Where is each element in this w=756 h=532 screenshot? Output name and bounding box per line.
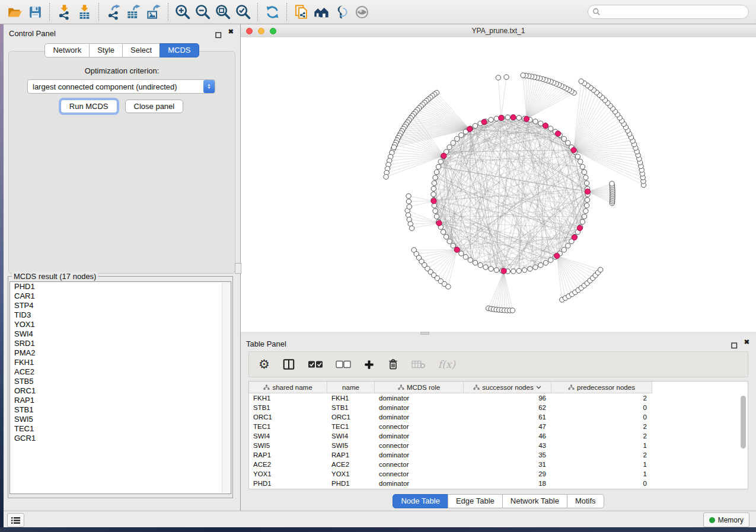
column-header-MCDS-role[interactable]: MCDS role	[375, 382, 464, 393]
import-table-icon[interactable]	[74, 2, 94, 22]
table-row[interactable]: SWI5SWI5connector431	[249, 441, 748, 450]
table-row[interactable]: ORC1ORC1dominator610	[249, 412, 748, 422]
table-cell: ORC1	[327, 412, 375, 422]
tab-network[interactable]: Network	[44, 43, 90, 57]
horizontal-splitter-handle[interactable]	[420, 332, 429, 335]
result-list-item[interactable]: PMA2	[10, 348, 231, 358]
tab-network-table[interactable]: Network Table	[502, 494, 567, 508]
tab-edge-table[interactable]: Edge Table	[448, 494, 503, 508]
float-table-panel-icon[interactable]	[731, 341, 738, 351]
result-list-scrollbar[interactable]	[222, 283, 230, 493]
column-settings-icon[interactable]	[282, 357, 295, 372]
column-header-shared-name[interactable]: shared name	[249, 382, 327, 393]
deselect-all-rows-icon[interactable]	[336, 357, 351, 372]
table-cell: 2	[551, 450, 652, 460]
export-network-icon[interactable]	[103, 2, 123, 22]
table-cell: FKH1	[327, 393, 375, 403]
close-panel-icon[interactable]: ✖	[228, 28, 234, 36]
zoom-selected-icon[interactable]	[233, 2, 253, 22]
table-row[interactable]: YOX1YOX1connector291	[249, 469, 748, 479]
search-input[interactable]	[601, 8, 748, 16]
result-list-item[interactable]: ACE2	[10, 367, 231, 377]
result-list-item[interactable]: TEC1	[10, 424, 231, 434]
refresh-icon[interactable]	[262, 2, 282, 22]
table-row[interactable]: TEC1TEC1connector472	[249, 422, 748, 431]
result-list-item[interactable]: RAP1	[10, 396, 231, 405]
result-list-item[interactable]: STP4	[10, 301, 231, 310]
table-options-gear-icon[interactable]: ⚙	[259, 357, 270, 372]
tab-node-table[interactable]: Node Table	[393, 494, 448, 508]
delete-column-icon[interactable]	[387, 357, 399, 372]
toolbar-separator	[257, 3, 258, 21]
control-panel: Control Panel ✖ NetworkStyleSelectMCDS O…	[4, 24, 240, 511]
save-session-icon[interactable]	[25, 2, 45, 22]
zoom-in-icon[interactable]	[173, 2, 193, 22]
table-cell: 62	[464, 403, 551, 412]
export-table-icon[interactable]	[123, 2, 143, 22]
zoom-fit-icon[interactable]	[213, 2, 233, 22]
result-list-item[interactable]: STB5	[10, 377, 231, 386]
optimization-criterion-select[interactable]: largest connected component (undirected)…	[27, 79, 215, 94]
result-list-item[interactable]: SWI5	[10, 415, 231, 424]
zoom-out-icon[interactable]	[193, 2, 213, 22]
tab-style[interactable]: Style	[89, 43, 123, 57]
float-panel-icon[interactable]	[215, 30, 222, 41]
table-cell: STB1	[327, 403, 375, 412]
first-neighbors-icon[interactable]	[311, 2, 331, 22]
toolbar-separator	[98, 3, 99, 21]
table-row[interactable]: PHD1PHD1dominator180	[249, 479, 748, 488]
desktop-background-strip	[0, 527, 756, 532]
select-all-rows-icon[interactable]	[308, 357, 323, 372]
result-list-item[interactable]: SWI4	[10, 329, 231, 339]
network-graph[interactable]	[241, 37, 756, 332]
result-list-item[interactable]: GCR1	[10, 434, 231, 443]
result-list-item[interactable]: SRD1	[10, 339, 231, 348]
tab-select[interactable]: Select	[122, 43, 160, 57]
run-mcds-button[interactable]: Run MCDS	[60, 100, 117, 113]
vertical-splitter-handle[interactable]	[235, 263, 241, 274]
result-list-item[interactable]: CAR1	[10, 291, 231, 301]
open-session-icon[interactable]	[5, 2, 25, 22]
add-column-icon[interactable]	[363, 357, 375, 372]
task-history-button[interactable]	[7, 513, 24, 527]
table-toolbar: ⚙ f(x)	[248, 351, 748, 377]
result-list-item[interactable]: YOX1	[10, 320, 231, 329]
close-panel-button[interactable]: Close panel	[125, 100, 184, 113]
table-panel: Table Panel ✖ ⚙ f(x)	[241, 335, 756, 511]
table-row[interactable]: RAP1RAP1dominator352	[249, 450, 748, 460]
table-row[interactable]: SWI4SWI4dominator462	[249, 431, 748, 441]
memory-button[interactable]: Memory	[703, 512, 749, 527]
network-canvas[interactable]	[241, 37, 756, 332]
result-list-item[interactable]: ORC1	[10, 386, 231, 396]
search-field[interactable]	[588, 5, 749, 19]
column-header-name[interactable]: name	[327, 382, 375, 393]
main-toolbar	[0, 0, 756, 24]
table-cell: 29	[464, 469, 551, 479]
result-list-item[interactable]: FKH1	[10, 358, 231, 367]
function-builder-icon: f(x)	[438, 357, 455, 372]
preview-eye-icon[interactable]	[352, 2, 372, 22]
table-cell: 47	[464, 422, 551, 431]
column-header-predecessor-nodes[interactable]: predecessor nodes	[551, 382, 652, 393]
table-row[interactable]: FKH1FKH1dominator962	[249, 393, 748, 403]
column-header-successor-nodes[interactable]: successor nodes	[464, 382, 551, 393]
table-cell: 2	[551, 393, 652, 403]
table-scrollbar-thumb[interactable]	[741, 396, 746, 448]
tab-mcds[interactable]: MCDS	[160, 43, 199, 57]
table-cell: 96	[464, 393, 551, 403]
import-network-icon[interactable]	[54, 2, 74, 22]
tab-motifs[interactable]: Motifs	[567, 494, 604, 508]
result-list-item[interactable]: STB1	[10, 405, 231, 415]
close-table-panel-icon[interactable]: ✖	[744, 338, 749, 346]
new-network-from-selection-icon[interactable]	[291, 2, 311, 22]
table-cell: dominator	[375, 412, 464, 422]
network-window-titlebar[interactable]: YPA_prune.txt_1	[241, 25, 756, 38]
table-row[interactable]: STB1STB1dominator620	[249, 403, 748, 412]
result-list-item[interactable]: TID3	[10, 310, 231, 320]
show-hide-graphics-details-icon[interactable]	[331, 2, 352, 22]
table-cell: 1	[551, 460, 652, 469]
export-image-icon[interactable]	[143, 2, 164, 22]
table-row[interactable]: ACE2ACE2connector311	[249, 460, 748, 469]
result-list-item[interactable]: PHD1	[10, 282, 231, 291]
table-cell: PHD1	[327, 479, 375, 488]
